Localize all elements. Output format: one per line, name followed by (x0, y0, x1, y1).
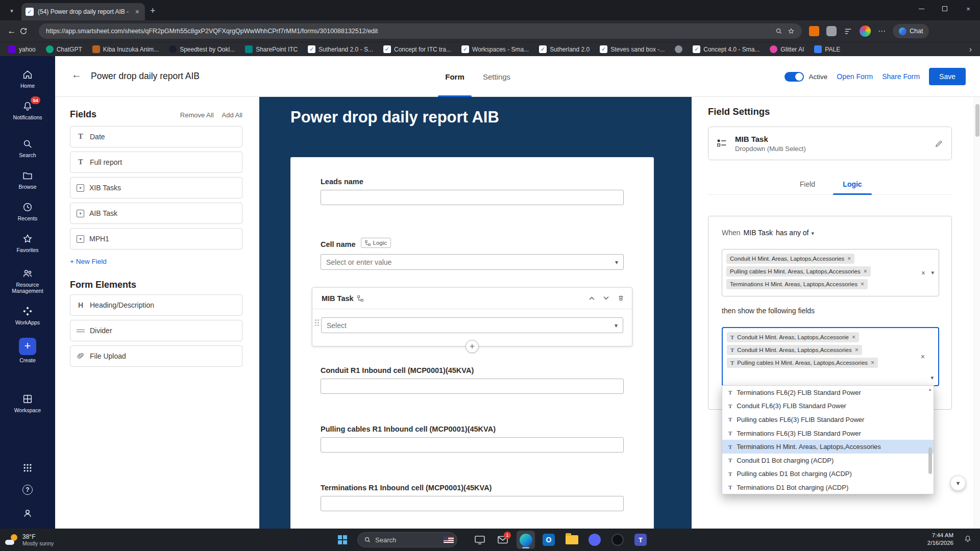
sidebar-item-workspace[interactable]: Workspace (0, 393, 55, 413)
back-icon[interactable]: ← (4, 26, 19, 36)
sidebar-item-search[interactable]: Search (0, 138, 55, 158)
operator-dropdown[interactable]: has any of ▾ (776, 229, 814, 237)
add-field-inline-button[interactable]: + (465, 340, 479, 353)
taskbar-weather-widget[interactable]: 38°F Mostly sunny (0, 533, 102, 546)
bookmark-workspaces[interactable]: ✓Workspaces - Sma... (461, 45, 529, 53)
remove-all-link[interactable]: Remove All (180, 111, 214, 119)
terminations-input[interactable] (321, 496, 624, 511)
new-tab-button[interactable]: + (150, 6, 156, 16)
sidebar-item-home[interactable]: Home (0, 68, 55, 89)
pulling-cables-input[interactable] (321, 437, 624, 453)
clear-all-icon[interactable]: × (921, 353, 925, 361)
sidebar-item-resource-management[interactable]: Resource Management (0, 267, 55, 294)
taskbar-clock[interactable]: 7:44 AM 2/16/2026 (927, 532, 953, 547)
sidebar-item-browse[interactable]: Browse (0, 169, 55, 190)
refresh-icon[interactable] (19, 27, 35, 35)
move-up-icon[interactable] (589, 296, 595, 300)
condition-values-multiselect[interactable]: Conduit H Mint. Areas, Laptops,Accessori… (722, 249, 939, 296)
tab-close-icon[interactable]: × (134, 8, 141, 16)
scroll-up-icon[interactable]: ▲ (928, 387, 932, 392)
tab-search-chevron-icon[interactable]: ▾ (5, 4, 18, 17)
field-item-mph1[interactable]: ▾ MPH1 (70, 228, 242, 249)
delete-field-icon[interactable] (617, 294, 625, 302)
dropdown-option[interactable]: TTerminations FL6(2) FLIB Standard Power (722, 386, 934, 399)
field-item-full-report[interactable]: T Full report (70, 152, 242, 173)
bookmark-sutherland2[interactable]: ✓Sutherland 2.0 (539, 45, 590, 53)
cell-logic-chip[interactable]: Logic (361, 238, 391, 248)
sidebar-item-favorites[interactable]: Favorites (0, 233, 55, 253)
chip-remove-icon[interactable]: × (861, 281, 864, 288)
active-toggle[interactable] (785, 72, 804, 82)
help-button[interactable]: ? (0, 485, 55, 495)
chevron-down-icon[interactable]: ▾ (930, 374, 934, 381)
bookmark-globe[interactable] (675, 45, 682, 53)
window-maximize-button[interactable] (933, 0, 957, 17)
bookmark-concept-itc[interactable]: ✓Concept for ITC tra... (383, 45, 451, 53)
conduit-input[interactable] (321, 379, 624, 394)
extensions-puzzle-icon[interactable] (826, 26, 837, 36)
edit-pencil-icon[interactable] (935, 139, 943, 148)
chip-remove-icon[interactable]: × (871, 359, 874, 366)
add-all-link[interactable]: Add All (222, 111, 242, 119)
collections-icon[interactable] (844, 27, 852, 36)
chip-remove-icon[interactable]: × (852, 334, 855, 341)
move-down-icon[interactable] (603, 296, 609, 300)
tab-field[interactable]: Field (785, 173, 830, 194)
bookmark-steves-sandbox[interactable]: ✓Steves sand box -... (600, 45, 665, 53)
dropdown-option[interactable]: TPulling cables D1 Bot charging (ACDP) (722, 467, 934, 481)
taskbar-discord-app[interactable] (585, 531, 604, 549)
tab-settings[interactable]: Settings (476, 56, 518, 97)
sidebar-item-create[interactable]: + Create (0, 338, 55, 363)
dropdown-option[interactable]: TPulling cables FL6(3) FLIB Standard Pow… (722, 413, 934, 427)
sidebar-item-recents[interactable]: Recents (0, 201, 55, 221)
bookmark-pale[interactable]: PALE (814, 45, 840, 53)
open-form-link[interactable]: Open Form (837, 72, 873, 81)
browser-profile-avatar[interactable] (860, 26, 871, 37)
taskbar-file-explorer-app[interactable] (562, 531, 581, 549)
extension-orange-icon[interactable] (809, 26, 819, 36)
taskbar-display-app[interactable] (471, 531, 489, 549)
taskbar-edge-app[interactable] (517, 531, 535, 549)
dropdown-option[interactable]: TTerminations D1 Bot charging (ACDP) (722, 481, 934, 494)
chip-remove-icon[interactable]: × (847, 255, 851, 262)
bookmark-chatgpt[interactable]: ChatGPT (46, 45, 82, 53)
sidebar-item-notifications[interactable]: 54 Notifications (0, 100, 55, 120)
taskbar-dark-app[interactable] (608, 531, 627, 549)
mib-task-select[interactable]: Select ▾ (321, 317, 623, 333)
apps-grid-button[interactable] (0, 462, 55, 474)
share-form-link[interactable]: Share Form (882, 72, 920, 81)
dropdown-option[interactable]: TConduit D1 Bot charging (ACDP) (722, 454, 934, 467)
taskbar-teams-app[interactable]: T (631, 531, 650, 549)
taskbar-mail-app[interactable]: 1 (494, 531, 512, 549)
bookmark-sutherland2-s[interactable]: ✓Sutherland 2.0 - S... (308, 45, 373, 53)
leads-name-input[interactable] (321, 190, 624, 205)
zoom-icon[interactable] (775, 28, 782, 35)
element-file-upload[interactable]: File Upload (70, 345, 242, 367)
bookmark-yahoo[interactable]: yahoo (8, 45, 36, 53)
browser-tab[interactable]: ✓ (54) Power drop daily report AIB - × (21, 3, 145, 20)
dropdown-option[interactable]: TConduit FL6(3) FLIB Standard Power (722, 399, 934, 413)
bookmarks-overflow-chevron-icon[interactable]: › (969, 45, 972, 54)
dropdown-scroll-thumb[interactable] (928, 447, 932, 474)
taskbar-search[interactable]: Search (357, 532, 457, 547)
chevron-down-icon[interactable]: ▾ (931, 269, 934, 276)
new-field-link[interactable]: + New Field (70, 258, 259, 265)
field-item-xib-tasks[interactable]: ▾ XIB Tasks (70, 177, 242, 198)
browser-menu-icon[interactable]: ⋯ (878, 27, 886, 36)
bookmark-glitter-ai[interactable]: Glitter AI (770, 45, 804, 53)
bookmark-sharepoint[interactable]: SharePoint ITC (245, 45, 298, 53)
bookmark-concept4[interactable]: ✓Concept 4.0 - Sma... (693, 45, 760, 53)
address-bar[interactable]: https://app.smartsheet.com/sheets/qFR2pG… (39, 23, 802, 39)
back-button[interactable]: ← (71, 69, 82, 81)
chat-button[interactable]: Chat (893, 24, 929, 38)
chip-remove-icon[interactable]: × (864, 268, 867, 275)
tab-logic[interactable]: Logic (830, 173, 875, 194)
element-heading-description[interactable]: H Heading/Description (70, 294, 242, 316)
cell-name-select[interactable]: Select or enter value ▾ (321, 254, 624, 270)
window-minimize-button[interactable] (910, 0, 933, 17)
chip-remove-icon[interactable]: × (855, 346, 859, 354)
account-button[interactable] (0, 507, 55, 519)
bookmark-speedtest[interactable]: Speedtest by Ookl... (169, 45, 235, 53)
field-item-date[interactable]: T Date (70, 126, 242, 147)
scroll-down-button[interactable]: ▼ (950, 475, 966, 491)
